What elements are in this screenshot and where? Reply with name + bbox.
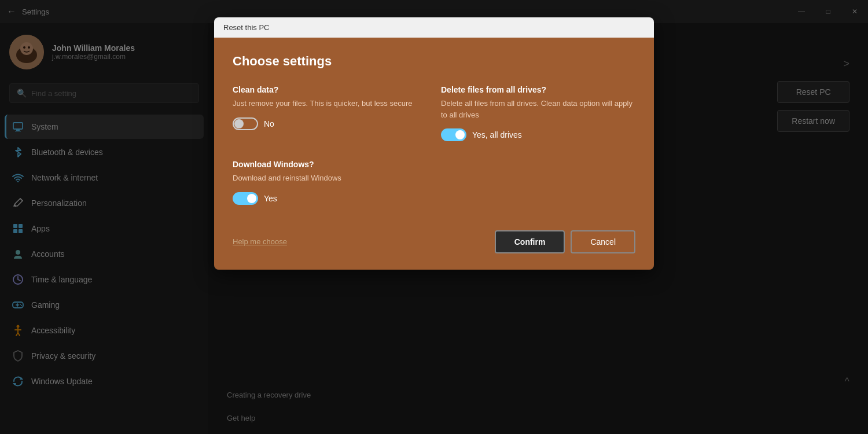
download-windows-toggle-row: Yes [233,192,635,205]
clean-data-toggle-row: No [233,117,427,130]
delete-files-title: Delete files from all drives? [441,85,635,94]
footer-buttons: Confirm Cancel [495,230,635,253]
dialog-overlay: Reset this PC Choose settings Clean data… [0,0,868,434]
download-windows-knob [247,194,256,203]
clean-data-group: Clean data? Just remove your files. This… [233,85,427,141]
delete-files-desc: Delete all files from all drives. Clean … [441,98,635,120]
settings-grid: Clean data? Just remove your files. This… [233,85,635,141]
download-windows-group: Download Windows? Download and reinstall… [233,160,635,205]
delete-files-toggle[interactable] [441,128,466,141]
cancel-button[interactable]: Cancel [571,230,635,253]
reset-pc-dialog: Reset this PC Choose settings Clean data… [214,17,654,270]
delete-files-group: Delete files from all drives? Delete all… [441,85,635,141]
clean-data-title: Clean data? [233,85,427,94]
help-link[interactable]: Help me choose [233,237,287,246]
clean-data-toggle[interactable] [233,117,258,130]
clean-data-knob [234,119,244,128]
clean-data-desc: Just remove your files. This is quicker,… [233,98,427,109]
dialog-footer: Help me choose Confirm Cancel [214,221,654,270]
delete-files-knob [455,130,465,139]
confirm-button[interactable]: Confirm [495,230,565,253]
dialog-heading: Choose settings [233,54,635,69]
delete-files-label: Yes, all drives [472,130,522,139]
dialog-titlebar: Reset this PC [214,17,654,38]
dialog-body: Choose settings Clean data? Just remove … [214,38,654,221]
delete-files-toggle-row: Yes, all drives [441,128,635,141]
download-windows-label: Yes [264,194,277,203]
download-windows-toggle[interactable] [233,192,258,205]
download-windows-desc: Download and reinstall Windows [233,172,635,184]
clean-data-label: No [264,119,274,128]
download-windows-title: Download Windows? [233,160,635,169]
